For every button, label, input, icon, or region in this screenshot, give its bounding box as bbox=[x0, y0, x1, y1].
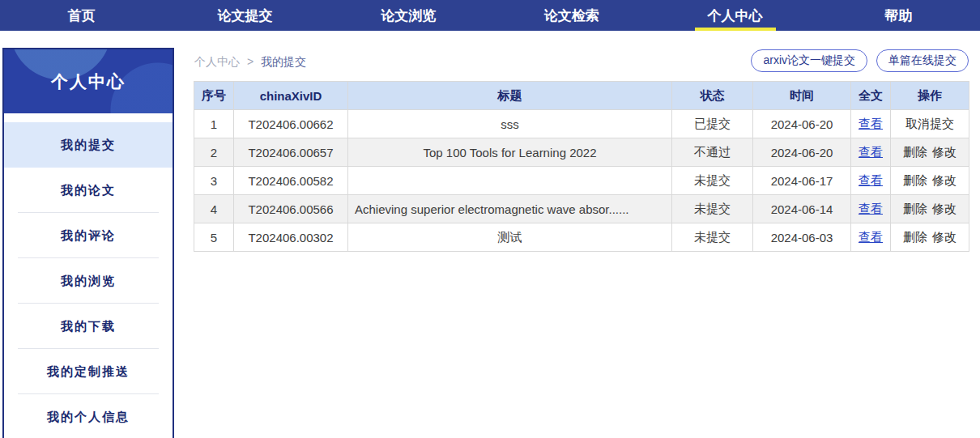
cell-status: 未提交 bbox=[672, 195, 753, 223]
cell-title: Achieving superior electromagnetic wave … bbox=[348, 195, 672, 223]
sidebar-item-my-comments[interactable]: 我的评论 bbox=[4, 213, 173, 258]
sidebar-item-my-submissions[interactable]: 我的提交 bbox=[4, 122, 173, 168]
view-fulltext-link[interactable]: 查看 bbox=[859, 230, 883, 244]
sidebar-item-my-profile[interactable]: 我的个人信息 bbox=[4, 394, 173, 438]
cell-chinaxivid: T202406.00566 bbox=[234, 195, 348, 223]
main-content: 个人中心 > 我的提交 arxiv论文一键提交 单篇在线提交 序号 chinaX… bbox=[194, 48, 969, 438]
cancel-submit-link[interactable]: 取消提交 bbox=[905, 117, 954, 130]
cell-title: sss bbox=[348, 110, 672, 138]
personal-center-sidebar: 个人中心 我的提交 我的论文 我的评论 我的浏览 我的下载 我的定制推送 我的个… bbox=[2, 48, 174, 438]
cell-chinaxivid: T202406.00657 bbox=[234, 138, 348, 167]
header-title: 标题 bbox=[348, 82, 672, 110]
view-fulltext-link[interactable]: 查看 bbox=[859, 145, 883, 159]
table-row: 2 T202406.00657 Top 100 Tools for Learni… bbox=[194, 138, 969, 167]
modify-link[interactable]: 修改 bbox=[932, 145, 957, 159]
submit-actions: arxiv论文一键提交 单篇在线提交 bbox=[751, 49, 969, 72]
nav-item-personal-center[interactable]: 个人中心 bbox=[654, 0, 817, 31]
delete-link[interactable]: 删除 bbox=[903, 230, 927, 244]
top-navbar: 首页 论文提交 论文浏览 论文检索 个人中心 帮助 bbox=[0, 0, 980, 31]
cell-date: 2024-06-20 bbox=[753, 110, 851, 138]
cell-no: 4 bbox=[194, 195, 234, 223]
breadcrumb: 个人中心 > 我的提交 bbox=[194, 55, 306, 70]
sidebar-title: 个人中心 bbox=[4, 49, 173, 113]
modify-link[interactable]: 修改 bbox=[932, 202, 957, 215]
cell-date: 2024-06-14 bbox=[753, 195, 851, 223]
nav-item-paper-search[interactable]: 论文检索 bbox=[490, 0, 654, 31]
view-fulltext-link[interactable]: 查看 bbox=[859, 202, 883, 215]
cell-chinaxivid: T202406.00302 bbox=[234, 223, 348, 252]
header-chinaxivid: chinaXivID bbox=[234, 82, 348, 110]
delete-link[interactable]: 删除 bbox=[903, 202, 927, 215]
cell-status: 未提交 bbox=[672, 167, 753, 195]
cell-date: 2024-06-17 bbox=[753, 167, 851, 195]
cell-status: 已提交 bbox=[672, 110, 753, 138]
cell-no: 1 bbox=[194, 110, 234, 138]
sidebar-menu: 我的提交 我的论文 我的评论 我的浏览 我的下载 我的定制推送 我的个人信息 bbox=[4, 113, 173, 438]
cell-chinaxivid: T202406.00662 bbox=[234, 110, 348, 138]
cell-status: 未提交 bbox=[672, 223, 753, 252]
table-row: 5 T202406.00302 测试 未提交 2024-06-03 查看 删除修… bbox=[194, 223, 969, 252]
delete-link[interactable]: 删除 bbox=[903, 145, 927, 159]
cell-no: 2 bbox=[194, 138, 234, 167]
cell-no: 5 bbox=[194, 223, 234, 252]
delete-link[interactable]: 删除 bbox=[903, 173, 927, 187]
submissions-table: 序号 chinaXivID 标题 状态 时间 全文 操作 1 T202406.0… bbox=[194, 81, 969, 252]
single-online-submit-button[interactable]: 单篇在线提交 bbox=[876, 49, 969, 72]
sidebar-item-my-downloads[interactable]: 我的下载 bbox=[4, 304, 173, 349]
nav-item-paper-submit[interactable]: 论文提交 bbox=[164, 0, 327, 31]
table-row: 3 T202406.00582 未提交 2024-06-17 查看 删除修改 bbox=[194, 167, 969, 195]
header-date: 时间 bbox=[753, 82, 851, 110]
nav-item-personal-center-label: 个人中心 bbox=[708, 6, 763, 25]
cell-title: Top 100 Tools for Learning 2022 bbox=[348, 138, 672, 167]
cell-date: 2024-06-03 bbox=[753, 223, 851, 252]
view-fulltext-link[interactable]: 查看 bbox=[859, 173, 883, 187]
breadcrumb-separator: > bbox=[247, 55, 254, 68]
cell-title: 测试 bbox=[348, 223, 672, 252]
table-row: 1 T202406.00662 sss 已提交 2024-06-20 查看 取消… bbox=[194, 110, 969, 138]
active-tab-underline bbox=[695, 28, 776, 31]
header-action: 操作 bbox=[891, 82, 969, 110]
nav-item-help[interactable]: 帮助 bbox=[816, 0, 980, 31]
header-fulltext: 全文 bbox=[851, 82, 891, 110]
breadcrumb-parent[interactable]: 个人中心 bbox=[194, 55, 240, 68]
cell-status: 不通过 bbox=[672, 138, 753, 167]
breadcrumb-current: 我的提交 bbox=[261, 55, 306, 68]
header-no: 序号 bbox=[194, 82, 234, 110]
table-row: 4 T202406.00566 Achieving superior elect… bbox=[194, 195, 969, 223]
nav-item-paper-browse[interactable]: 论文浏览 bbox=[326, 0, 490, 31]
view-fulltext-link[interactable]: 查看 bbox=[859, 117, 883, 130]
cell-no: 3 bbox=[194, 167, 234, 195]
arxiv-one-click-submit-button[interactable]: arxiv论文一键提交 bbox=[751, 49, 867, 72]
modify-link[interactable]: 修改 bbox=[932, 230, 957, 244]
modify-link[interactable]: 修改 bbox=[932, 173, 957, 187]
sidebar-item-my-browsing[interactable]: 我的浏览 bbox=[4, 258, 173, 304]
table-header-row: 序号 chinaXivID 标题 状态 时间 全文 操作 bbox=[194, 82, 969, 110]
header-status: 状态 bbox=[672, 82, 753, 110]
cell-title bbox=[348, 167, 672, 195]
cell-date: 2024-06-20 bbox=[753, 138, 851, 167]
nav-item-home[interactable]: 首页 bbox=[0, 0, 164, 31]
sidebar-item-my-custom-push[interactable]: 我的定制推送 bbox=[4, 349, 173, 394]
cell-chinaxivid: T202406.00582 bbox=[234, 167, 348, 195]
sidebar-item-my-papers[interactable]: 我的论文 bbox=[4, 168, 173, 213]
